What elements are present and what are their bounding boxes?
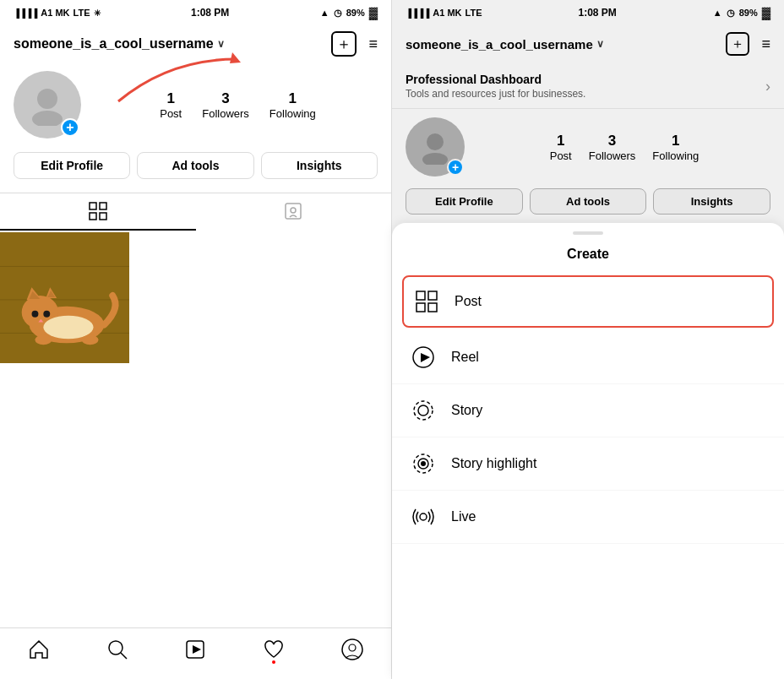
pro-dashboard-subtitle: Tools and resources just for businesses.	[406, 88, 585, 100]
pro-chevron-icon: ›	[765, 78, 770, 95]
story-icon	[409, 396, 438, 425]
insights-button-right[interactable]: Insights	[653, 188, 770, 215]
svg-rect-6	[100, 213, 106, 220]
avatar-plus-button-right[interactable]: +	[447, 159, 464, 176]
time-left: 1:08 PM	[191, 7, 229, 19]
chevron-down-icon-right[interactable]: ∨	[596, 38, 604, 50]
profile-nav-item[interactable]	[334, 637, 371, 662]
username-row-left[interactable]: someone_is_a_cool_username ∨	[14, 36, 225, 52]
live-create-icon	[411, 505, 435, 529]
stat-following-left[interactable]: 1 Following	[270, 90, 316, 120]
create-live-item[interactable]: Live	[392, 491, 784, 544]
hamburger-button-right[interactable]: ≡	[761, 35, 770, 53]
hamburger-button[interactable]: ≡	[368, 35, 378, 53]
top-nav-left: someone_is_a_cool_username ∨ ＋ ≡	[0, 24, 391, 64]
edit-profile-button-right[interactable]: Edit Profile	[406, 188, 523, 215]
followers-count-left: 3	[221, 90, 229, 107]
add-post-button[interactable]: ＋	[331, 31, 357, 57]
svg-rect-4	[100, 203, 106, 209]
edit-profile-button[interactable]: Edit Profile	[14, 152, 130, 179]
person-icon-right	[417, 129, 453, 165]
profile-nav-icon	[341, 638, 363, 660]
stat-posts-right[interactable]: 1 Post	[550, 133, 572, 162]
professional-dashboard[interactable]: Professional Dashboard Tools and resourc…	[392, 64, 784, 109]
pro-dashboard-title: Professional Dashboard	[406, 73, 585, 86]
stat-followers-right[interactable]: 3 Followers	[589, 133, 636, 162]
create-story-highlight-item[interactable]: Story highlight	[392, 437, 784, 491]
svg-rect-36	[428, 303, 437, 312]
search-nav-item[interactable]	[99, 637, 136, 662]
post-icon	[412, 287, 441, 316]
svg-point-1	[37, 89, 57, 109]
svg-rect-7	[286, 204, 301, 219]
svg-point-30	[349, 644, 356, 651]
following-count-left: 1	[289, 90, 297, 107]
tab-tagged-left[interactable]	[196, 193, 392, 231]
battery-icon-right: ▓	[762, 6, 770, 19]
cat-photo[interactable]	[0, 232, 129, 363]
status-left: ▐▐▐▐ A1 MK LTE ✳	[14, 8, 101, 18]
live-icon	[409, 502, 438, 531]
stat-followers-left[interactable]: 3 Followers	[202, 90, 249, 120]
profile-section-right: + 1 Post 3 Followers 1 Following	[392, 109, 784, 188]
svg-point-43	[421, 461, 426, 466]
username-row-right[interactable]: someone_is_a_cool_username ∨	[406, 37, 604, 52]
svg-point-8	[291, 208, 296, 213]
username-left: someone_is_a_cool_username	[14, 36, 214, 52]
time-right: 1:08 PM	[579, 7, 617, 19]
battery-icon: ▓	[369, 6, 378, 19]
post-count-left: 1	[166, 90, 174, 107]
ad-tools-button[interactable]: Ad tools	[137, 152, 253, 179]
status-bar-left: ▐▐▐▐ A1 MK LTE ✳ 1:08 PM ▲ ◷ 89% ▓	[0, 0, 391, 24]
top-nav-right: someone_is_a_cool_username ∨ ＋ ≡	[392, 24, 784, 64]
avatar-right: +	[406, 117, 465, 177]
create-story-item[interactable]: Story	[392, 384, 784, 437]
notification-dot	[272, 660, 275, 664]
followers-label-left: Followers	[202, 107, 249, 120]
network-left: LTE	[74, 8, 90, 18]
heart-nav-item[interactable]	[255, 637, 292, 662]
story-create-icon	[411, 399, 435, 422]
svg-point-44	[420, 513, 427, 520]
add-post-button-right[interactable]: ＋	[726, 32, 749, 56]
story-highlight-icon	[409, 449, 438, 478]
tab-grid-left[interactable]	[0, 193, 196, 231]
status-left-right: ▐▐▐▐ A1 MK LTE	[406, 8, 482, 18]
chevron-down-icon[interactable]: ∨	[217, 38, 225, 50]
svg-point-19	[32, 311, 39, 318]
svg-point-25	[109, 641, 122, 655]
post-count-right: 1	[557, 133, 564, 149]
grid-create-icon	[415, 290, 438, 313]
insights-button[interactable]: Insights	[261, 152, 378, 179]
svg-point-39	[414, 401, 433, 420]
create-reel-item[interactable]: Reel	[392, 331, 784, 384]
ad-tools-button-right[interactable]: Ad tools	[530, 188, 647, 215]
carrier-right: A1 MK	[433, 8, 461, 18]
grid-icon	[89, 202, 107, 220]
carrier-left: A1 MK	[41, 8, 69, 18]
home-nav-item[interactable]	[20, 637, 57, 662]
avatar-plus-button[interactable]: +	[61, 118, 79, 137]
bottom-nav-left	[0, 627, 391, 679]
create-post-item[interactable]: Post	[402, 275, 774, 328]
post-label-right: Post	[550, 149, 572, 162]
reels-icon	[184, 638, 206, 660]
tabs-row-left	[0, 193, 391, 231]
stat-posts-left[interactable]: 1 Post	[160, 90, 182, 120]
svg-rect-3	[90, 203, 96, 209]
nav-icons-left: ＋ ≡	[331, 31, 378, 57]
reel-icon	[409, 343, 438, 372]
svg-point-31	[427, 133, 444, 150]
reels-nav-item[interactable]	[177, 637, 214, 662]
post-label-left: Post	[160, 107, 182, 120]
create-sheet-title: Create	[392, 240, 784, 272]
wifi-icon: ✳	[94, 8, 101, 18]
home-icon	[28, 638, 50, 660]
live-label: Live	[451, 509, 476, 524]
reel-label: Reel	[451, 350, 479, 365]
right-panel: ▐▐▐▐ A1 MK LTE 1:08 PM ▲ ◷ 89% ▓ someone…	[392, 0, 784, 679]
svg-marker-28	[193, 645, 201, 654]
battery-left: 89%	[346, 8, 365, 18]
stat-following-right[interactable]: 1 Following	[652, 133, 699, 162]
location-icon: ▲	[320, 8, 329, 18]
